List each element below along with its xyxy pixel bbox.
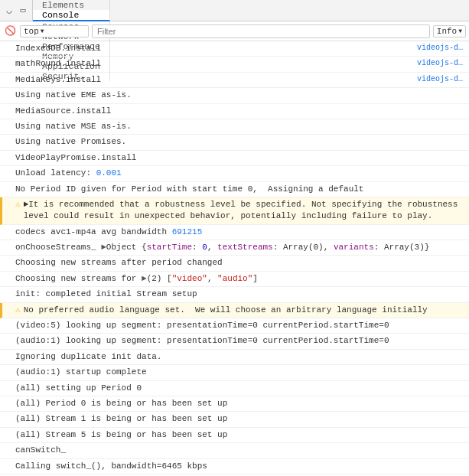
context-select[interactable]: top ▼: [20, 25, 89, 37]
devtools-icons: ◡ ▭: [0, 0, 33, 21]
log-entry: VideoPlayPromise.install: [0, 151, 469, 166]
log-entry: init: completed initial Stream setup: [0, 287, 469, 302]
log-text: onChooseStreams_ ►Object {startTime: 0, …: [15, 242, 463, 253]
log-entry: mathRound.installvideojs-d…: [0, 57, 469, 72]
tab-elements[interactable]: Elements: [33, 0, 110, 10]
log-link[interactable]: 691215: [172, 227, 203, 236]
log-text: Choosing new streams for ►(2) ["video", …: [15, 273, 463, 285]
log-text: Unload latency: 0.001: [15, 168, 463, 179]
log-entry: MediaSource.install: [0, 104, 469, 119]
log-text: (all) Stream 5 is being or has been set …: [15, 429, 463, 441]
log-entry: Choosing new streams after period change…: [0, 256, 469, 271]
log-entry: canSwitch_: [0, 443, 469, 458]
filter-input[interactable]: [92, 24, 430, 38]
log-source[interactable]: videojs-d…: [411, 58, 463, 69]
warning-icon: ⚠: [15, 199, 21, 210]
log-text: mathRound.install: [15, 58, 411, 70]
log-text: ►It is recommended that a robustness lev…: [24, 199, 463, 223]
clear-console-button[interactable]: 🚫: [3, 24, 17, 38]
log-entry: Using native EME as-is.: [0, 88, 469, 103]
log-text: (video:5) looking up segment: presentati…: [15, 320, 463, 331]
log-source[interactable]: videojs-d…: [411, 74, 463, 85]
log-link[interactable]: 0.001: [96, 168, 122, 178]
log-entry: No Period ID given for Period with start…: [0, 182, 469, 197]
log-text: (audio:1) looking up segment: presentati…: [15, 335, 463, 347]
log-text: Ignoring duplicate init data.: [15, 351, 463, 363]
log-entry: ⚠No preferred audio language set. We wil…: [0, 303, 469, 318]
log-entry: (video:5) looking up segment: presentati…: [0, 318, 469, 334]
log-entry: (audio:1) looking up segment: presentati…: [0, 334, 469, 349]
log-text: VideoPlayPromise.install: [15, 152, 463, 164]
log-entry: (all) setting up Period 0: [0, 381, 469, 396]
log-entry: Ignoring duplicate init data.: [0, 350, 469, 365]
log-level-chevron-icon: ▼: [458, 28, 462, 34]
log-text: IndexedDB.install: [15, 43, 411, 54]
tab-console[interactable]: Console: [33, 10, 110, 21]
log-text: canSwitch_: [15, 445, 463, 456]
log-text: Choosing new streams after period change…: [15, 257, 463, 269]
log-entry: ⚠►It is recommended that a robustness le…: [0, 197, 469, 225]
log-entry: (all) Stream 5 is being or has been set …: [0, 428, 469, 443]
log-text: MediaKeys.install: [15, 74, 411, 86]
log-entry: Calling switch_(), bandwidth=6465 kbps: [0, 459, 469, 474]
log-entry: (audio:1) startup complete: [0, 365, 469, 380]
log-text: (all) setting up Period 0: [15, 383, 463, 394]
log-entry: codecs avc1-mp4a avg bandwidth 691215: [0, 225, 469, 240]
log-entry: Using native Promises.: [0, 135, 469, 150]
log-level-value: Info: [437, 27, 457, 36]
tab-bar-tabs: ElementsConsoleSourcesNetworkPerformance…: [33, 0, 110, 21]
log-entry: Choosing new streams for ►(2) ["video", …: [0, 272, 469, 287]
log-text: init: completed initial Stream setup: [15, 289, 463, 300]
log-text: Using native MSE as-is.: [15, 121, 463, 132]
log-text: Using native Promises.: [15, 136, 463, 148]
log-text: (all) Period 0 is being or has been set …: [15, 398, 463, 409]
log-entry: Using native MSE as-is.: [0, 119, 469, 135]
inspect-icon[interactable]: ◡: [3, 5, 15, 17]
log-entry: onChooseStreams_ ►Object {startTime: 0, …: [0, 240, 469, 256]
log-text: No Period ID given for Period with start…: [15, 184, 463, 195]
log-text: (all) Stream 1 is being or has been set …: [15, 413, 463, 425]
log-level-select[interactable]: Info ▼: [433, 25, 466, 37]
log-text: No preferred audio language set. We will…: [24, 305, 463, 316]
device-icon[interactable]: ▭: [17, 5, 29, 17]
log-entry: (all) Stream 1 is being or has been set …: [0, 412, 469, 427]
log-entry: IndexedDB.installvideojs-d…: [0, 41, 469, 57]
log-text: codecs avc1-mp4a avg bandwidth 691215: [15, 227, 463, 238]
context-value: top: [24, 27, 39, 36]
context-chevron-icon: ▼: [41, 28, 44, 34]
log-entry: (all) Period 0 is being or has been set …: [0, 396, 469, 412]
log-entry: Unload latency: 0.001: [0, 166, 469, 181]
console-area: IndexedDB.installvideojs-d…mathRound.ins…: [0, 41, 469, 476]
log-text: (audio:1) startup complete: [15, 367, 463, 378]
tab-bar: ◡ ▭ ElementsConsoleSourcesNetworkPerform…: [0, 0, 469, 21]
log-text: Calling switch_(), bandwidth=6465 kbps: [15, 461, 463, 472]
log-text: MediaSource.install: [15, 106, 463, 117]
warning-icon: ⚠: [15, 305, 21, 316]
log-text: Using native EME as-is.: [15, 90, 463, 101]
log-source[interactable]: videojs-d…: [411, 43, 463, 54]
log-entry: MediaKeys.installvideojs-d…: [0, 73, 469, 88]
